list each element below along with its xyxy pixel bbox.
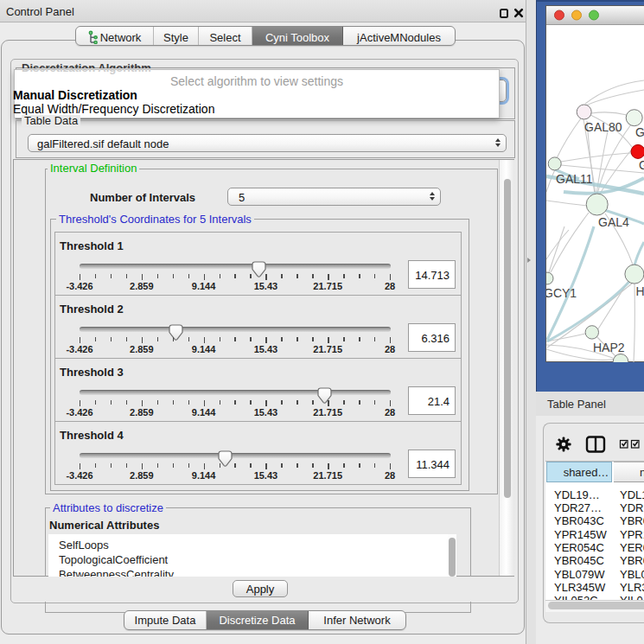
svg-text:GAL11: GAL11	[556, 172, 593, 186]
svg-text:HAP: HAP	[636, 284, 644, 298]
svg-text:HAP2: HAP2	[593, 341, 625, 354]
svg-text:G: G	[639, 158, 644, 172]
svg-text:GAL4: GAL4	[598, 215, 629, 229]
svg-text:GAL80: GAL80	[584, 120, 622, 134]
svg-text:GCY1: GCY1	[546, 286, 577, 300]
svg-text:GAL: GAL	[635, 125, 644, 139]
